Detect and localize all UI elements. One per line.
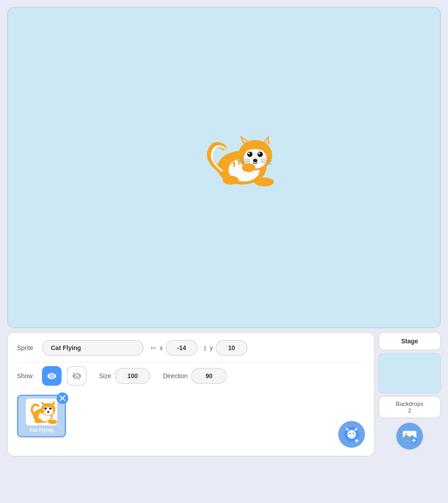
svg-point-45 [351,435,353,436]
svg-point-9 [247,152,253,157]
stage-right-panel: Stage Backdrops 2 [378,332,441,457]
sprite-label: Sprite [17,344,37,351]
y-label: y [210,344,213,351]
svg-point-22 [254,177,274,186]
eye-closed-icon [72,371,82,381]
svg-point-35 [34,419,42,423]
show-visible-button[interactable] [42,366,62,386]
sprite-thumbnail [26,399,57,425]
add-sprite-icon [343,426,360,443]
svg-point-14 [253,159,257,162]
svg-point-34 [47,411,50,413]
svg-point-12 [257,152,263,157]
x-coord-group: ↔ x [149,340,198,356]
svg-point-43 [349,433,351,434]
x-input[interactable] [166,340,198,356]
sprite-controls-row2: Show Size Direct [17,366,365,386]
backdrops-number: 2 [384,407,436,414]
divider [17,362,365,363]
svg-point-44 [353,433,354,434]
svg-point-36 [48,420,57,424]
y-coord-group: ↕ y [203,340,248,356]
add-backdrop-icon [401,428,418,445]
stage-label-text: Stage [401,338,418,345]
svg-point-10 [248,153,250,154]
sprite-list: Cat Flying [17,390,365,442]
sprite-card-cat-flying[interactable]: Cat Flying [17,395,66,437]
y-arrow-icon: ↕ [203,343,207,353]
size-label: Size [99,372,111,379]
eye-open-icon [47,371,57,381]
svg-point-33 [50,408,52,410]
svg-point-13 [258,153,260,154]
cat-sprite [197,132,282,190]
sprite-delete-button[interactable] [57,392,68,404]
main-container: Sprite ↔ x ↕ y Show [7,7,441,457]
backdrops-label: Backdrops [384,400,436,407]
backdrops-count-box: Backdrops 2 [378,396,441,418]
svg-point-40 [348,430,356,439]
sprite-panel: Sprite ↔ x ↕ y Show [7,332,375,457]
size-input[interactable] [115,368,150,384]
sprite-card-image [26,399,57,425]
add-sprite-button[interactable] [338,421,365,448]
add-backdrop-button[interactable] [396,423,423,449]
svg-point-47 [405,433,408,435]
bottom-panel: Sprite ↔ x ↕ y Show [7,332,441,457]
x-arrow-icon: ↔ [149,343,157,353]
svg-point-21 [223,176,239,185]
show-label: Show [17,372,37,379]
sprite-controls-row1: Sprite ↔ x ↕ y [17,340,365,356]
size-group: Size [99,368,150,384]
stage-canvas [7,7,441,328]
y-input[interactable] [216,340,248,356]
show-hidden-button[interactable] [67,366,87,386]
sprite-name-input[interactable] [42,340,144,356]
svg-point-31 [45,408,47,410]
stage-backdrop-preview[interactable] [378,353,441,393]
delete-icon [59,395,66,401]
direction-group: Direction [163,368,227,384]
svg-point-23 [242,163,255,172]
direction-label: Direction [163,372,187,379]
stage-label-box: Stage [378,332,441,350]
sprite-card-name: Cat Flying [29,427,53,433]
direction-input[interactable] [191,368,227,384]
x-label: x [160,344,163,351]
